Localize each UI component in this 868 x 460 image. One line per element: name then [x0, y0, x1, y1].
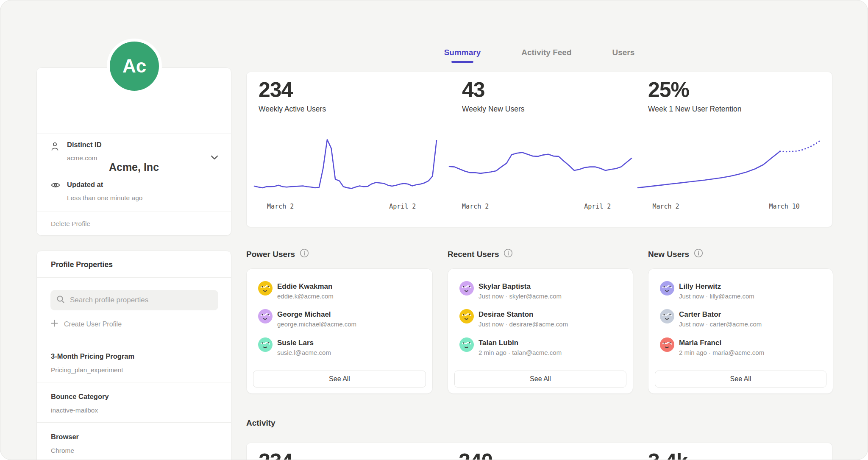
user-list-item[interactable]: Skylar BaptistaJust now · skyler@acme.co… — [459, 280, 624, 303]
user-name: Desirae Stanton — [479, 310, 533, 319]
tab-users[interactable]: Users — [612, 48, 635, 63]
property-item[interactable]: 3-Month Pricing Program Pricing_plan_exp… — [37, 342, 231, 382]
app-window: Ac Acme, Inc Distinct ID acme.com Update… — [0, 0, 868, 460]
stat-value: 234 — [259, 79, 326, 101]
recent-users-card: Skylar BaptistaJust now · skyler@acme.co… — [448, 268, 633, 394]
user-avatar — [660, 281, 674, 296]
user-detail: susie.l@acme.com — [277, 349, 331, 356]
updated-at-row: Updated at Less than one minute ago — [37, 172, 231, 212]
new-users-heading: New Users — [648, 248, 703, 260]
see-all-button[interactable]: See All — [655, 371, 826, 388]
property-name: Bounce Category — [51, 393, 109, 401]
user-list-item[interactable]: Talan Lubin2 min ago · talan@acme.com — [459, 337, 624, 360]
tab-users-label: Users — [612, 48, 635, 57]
company-avatar: Ac — [107, 39, 162, 94]
distinct-id-label: Distinct ID — [67, 141, 102, 149]
user-list-item[interactable]: Maria Franci2 min ago · maria@acme.com — [660, 337, 824, 360]
user-list-item[interactable]: Eddie Kwakmaneddie.k@acme.com — [258, 280, 424, 303]
user-list-item[interactable]: Susie Larssusie.l@acme.com — [258, 337, 424, 360]
profile-properties-card: Profile Properties Create User Profile 3… — [36, 251, 231, 460]
info-icon[interactable] — [300, 248, 309, 260]
user-list-item[interactable]: Lilly HerwitzJust now · lilly@acme.com — [660, 280, 824, 303]
user-list-item[interactable]: George Michaelgeorge.michael@acme.com — [258, 308, 424, 331]
distinct-id-value: acme.com — [67, 154, 97, 162]
user-name: Susie Lars — [277, 339, 314, 347]
stat-weekly-active-users: 234 Weekly Active Users — [259, 79, 326, 114]
user-name: George Michael — [277, 310, 331, 319]
person-icon — [51, 142, 59, 153]
x-axis-labels: March 2April 2 — [449, 203, 632, 212]
property-name: Browser — [51, 433, 79, 441]
property-value: Pricing_plan_experiment — [51, 366, 123, 374]
tab-activity-feed[interactable]: Activity Feed — [521, 48, 571, 63]
create-user-profile-label: Create User Profile — [64, 321, 122, 328]
retention-chart — [638, 131, 820, 197]
property-item[interactable]: Bounce Category inactive-mailbox — [37, 382, 231, 423]
user-avatar — [660, 337, 674, 352]
stat-value: 43 — [462, 79, 525, 101]
recent-users-heading: Recent Users — [448, 248, 513, 260]
chevron-down-icon[interactable] — [211, 154, 218, 162]
updated-at-label: Updated at — [67, 181, 103, 189]
user-avatar — [459, 309, 474, 323]
plus-icon — [51, 320, 58, 329]
eye-icon — [51, 182, 60, 190]
info-icon[interactable] — [504, 248, 513, 260]
axis-tick-label: April 2 — [389, 203, 416, 210]
user-detail: 2 min ago · talan@acme.com — [479, 349, 562, 356]
user-avatar — [459, 281, 474, 296]
user-detail: eddie.k@acme.com — [277, 293, 334, 300]
user-avatar — [459, 337, 474, 352]
user-list-item[interactable]: Desirae StantonJust now · desirare@acme.… — [459, 308, 624, 331]
info-icon[interactable] — [694, 248, 703, 260]
activity-stat-value: 234 — [259, 449, 292, 460]
updated-at-value: Less than one minute ago — [67, 194, 142, 202]
user-detail: Just now · carter@acme.com — [679, 321, 762, 328]
user-avatar — [258, 309, 273, 323]
profile-properties-search[interactable] — [50, 290, 218, 310]
weekly-active-users-chart — [254, 131, 437, 197]
user-name: Lilly Herwitz — [679, 282, 721, 291]
see-all-button[interactable]: See All — [253, 371, 426, 388]
property-name: 3-Month Pricing Program — [51, 352, 134, 360]
property-value: Chrome — [51, 447, 74, 454]
tab-summary[interactable]: Summary — [444, 48, 481, 63]
divider — [37, 277, 231, 278]
user-name: Eddie Kwakman — [277, 282, 332, 291]
activity-stat-value: 240 — [459, 449, 492, 460]
weekly-new-users-chart — [449, 131, 632, 197]
stat-label: Weekly Active Users — [259, 105, 326, 114]
x-axis-labels: March 2March 10 — [638, 203, 820, 212]
profile-properties-title: Profile Properties — [51, 260, 113, 269]
power-users-heading: Power Users — [246, 248, 309, 260]
axis-tick-label: March 2 — [652, 203, 679, 210]
user-avatar — [660, 309, 674, 323]
section-title: New Users — [648, 250, 689, 259]
activity-heading: Activity — [246, 418, 275, 428]
user-name: Talan Lubin — [479, 339, 518, 347]
axis-tick-label: March 2 — [462, 203, 489, 210]
company-avatar-initials: Ac — [122, 56, 146, 77]
summary-card: 234 Weekly Active Users 43 Weekly New Us… — [246, 72, 832, 227]
tab-summary-label: Summary — [444, 48, 481, 57]
user-detail: george.michael@acme.com — [277, 321, 356, 328]
distinct-id-row[interactable]: Distinct ID acme.com — [37, 134, 231, 172]
see-all-button[interactable]: See All — [454, 371, 626, 388]
property-item[interactable]: Browser Chrome — [37, 423, 231, 460]
search-input[interactable] — [69, 296, 212, 305]
section-title: Recent Users — [448, 250, 499, 259]
axis-tick-label: March 2 — [267, 203, 294, 210]
tab-bar: Summary Activity Feed Users — [246, 48, 832, 63]
user-list-item[interactable]: Carter BatorJust now · carter@acme.com — [660, 308, 824, 331]
new-users-card: Lilly HerwitzJust now · lilly@acme.comCa… — [648, 268, 833, 394]
user-detail: 2 min ago · maria@acme.com — [679, 349, 764, 356]
search-icon — [56, 295, 65, 305]
property-value: inactive-mailbox — [51, 407, 98, 414]
user-name: Maria Franci — [679, 339, 721, 347]
delete-profile-button[interactable]: Delete Profile — [37, 212, 231, 236]
user-detail: Just now · desirare@acme.com — [479, 321, 568, 328]
activity-stat-value: 3.4k — [648, 449, 687, 460]
axis-tick-label: March 10 — [769, 203, 800, 210]
active-tab-underline — [451, 61, 473, 63]
create-user-profile-button[interactable]: Create User Profile — [51, 320, 122, 329]
